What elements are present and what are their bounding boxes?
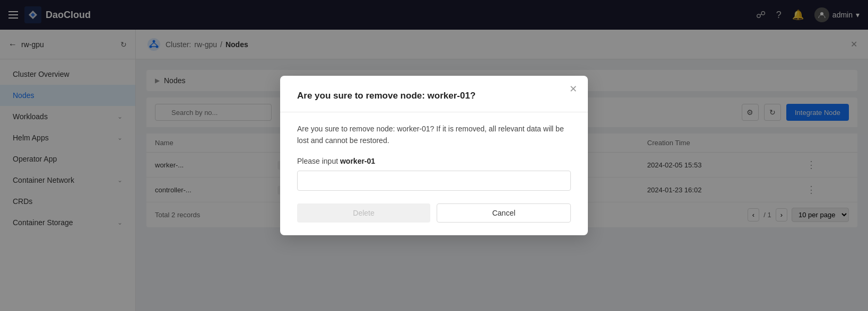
confirm-highlight: worker-01 [340,157,375,165]
modal-close-button[interactable]: ✕ [569,84,577,94]
modal-footer: Delete Cancel [297,203,571,223]
modal-title: Are you sure to remove node: worker-01? [297,91,571,101]
modal-divider [280,112,588,112]
delete-button[interactable]: Delete [297,203,430,223]
modal-body: Are you sure to remove node: worker-01? … [297,123,571,147]
modal-overlay[interactable]: Are you sure to remove node: worker-01? … [0,0,868,311]
remove-node-modal: Are you sure to remove node: worker-01? … [280,76,588,236]
confirm-label: Please input worker-01 [297,157,571,165]
confirm-input[interactable] [297,171,571,191]
confirm-label-prefix: Please input [297,157,340,165]
cancel-button[interactable]: Cancel [437,203,571,223]
